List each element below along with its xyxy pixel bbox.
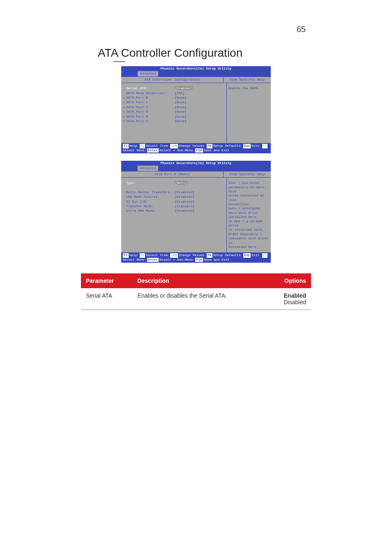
row-label: Ultra DMA Mode: — [126, 209, 175, 213]
footer-action: Help — [129, 144, 137, 148]
bios-header-row: ATA Controller Configuration Item Specif… — [121, 76, 271, 83]
footer-action: Select Menu — [123, 148, 145, 153]
footer-action: Select Menu — [123, 258, 145, 262]
footer-key: -/+ — [170, 144, 178, 148]
page-title: ATA Controller Configuration — [0, 42, 392, 65]
row-arrow — [123, 86, 126, 90]
row-value: [Enabled] — [175, 86, 225, 90]
bios-settings-list: Serial ATA: [Enabled] SATA Mode Selectio… — [121, 83, 227, 143]
row-arrow: ▸ — [123, 110, 126, 114]
row-value: [None] — [175, 100, 225, 104]
footer-action: Select Item — [146, 253, 168, 257]
row-label: SATA Port 2 — [126, 105, 175, 109]
bios-tab-advanced: Advanced — [138, 71, 158, 76]
option-other: Disabled — [284, 299, 306, 305]
bios-footer: F1Help ↑↓Select Item -/+Change Values F9… — [121, 143, 271, 153]
header-description: Description — [133, 273, 267, 288]
row-label: Serial ATA: — [126, 86, 175, 90]
bios-row-sata-port-2: ▸ SATA Port 2 [None] — [123, 105, 225, 110]
row-value: [None] — [175, 96, 225, 100]
row-arrow — [123, 204, 126, 208]
bios-screenshot-1: Phoenix SecureCore(tm) Setup Utility Adv… — [121, 66, 271, 153]
row-label: 32 Bit I/O: — [126, 200, 175, 204]
footer-action: Save and Exit — [204, 258, 229, 262]
row-arrow: ▸ — [123, 100, 126, 104]
row-value: [None] — [175, 119, 225, 123]
row-value: [None] — [175, 110, 225, 114]
row-value: [None] — [175, 115, 225, 119]
bios-row-32bit-io: 32 Bit I/O: [Disabled] — [123, 200, 225, 204]
bios-row-ultra-dma: Ultra DMA Mode: [Disabled] — [123, 209, 225, 213]
footer-action: Select Item — [146, 144, 168, 148]
bios-tabs: Advanced — [121, 166, 271, 171]
row-value: [Auto] — [175, 181, 225, 185]
page-number: 65 — [0, 0, 392, 42]
bios-row-sata-port-3: ▸ SATA Port 3 [None] — [123, 110, 225, 114]
row-label: Multi-Sector Transfers: — [126, 190, 175, 194]
footer-action: Help — [129, 253, 137, 257]
bios-help-header: Item Specific Help — [224, 77, 271, 83]
footer-key: F9 — [207, 144, 212, 148]
bios-tabs: Advanced — [121, 71, 271, 76]
bios-header-row: SATA Port 0 [None] Item Specific Help — [121, 171, 271, 178]
table-header-row: Parameter Description Options — [81, 273, 311, 288]
row-value: [Disabled] — [175, 200, 225, 204]
table-row: Serial ATA Enables or disables the Seria… — [81, 288, 311, 310]
row-arrow: ▸ — [123, 96, 126, 100]
bios-row-lba-mode: LBA Mode Control: [Disabled] — [123, 195, 225, 199]
footer-key: ↑↓ — [140, 253, 145, 257]
row-label: Transfer Mode: — [126, 204, 175, 208]
row-label: SATA Port 5 — [126, 119, 175, 123]
bios-row-multi-sector: Multi-Sector Transfers: [Disabled] — [123, 190, 225, 195]
row-label: LBA Mode Control: — [126, 195, 175, 199]
footer-action: Change Values — [179, 144, 204, 148]
footer-key: Esc — [243, 253, 251, 257]
row-value: [IDE] — [175, 91, 225, 95]
footer-key: ←→ — [262, 144, 268, 148]
footer-key: ←→ — [262, 253, 268, 257]
footer-key: F10 — [195, 258, 203, 262]
title-underline — [113, 61, 125, 62]
row-arrow: ▸ — [123, 105, 126, 109]
row-arrow — [123, 200, 126, 204]
row-label: SATA Port 1 — [126, 100, 175, 104]
row-value: [Disabled] — [175, 209, 225, 213]
bios-help-text: Enable the SATA — [228, 86, 269, 90]
footer-key: F10 — [195, 148, 203, 153]
footer-key: Enter — [147, 258, 159, 262]
bios-row-sata-port-4: ▸ SATA Port 4 [None] — [123, 115, 225, 119]
bios-section-title: ATA Controller Configuration — [121, 77, 224, 83]
option-default: Enabled — [284, 292, 306, 299]
bios-body: Type: [Auto] Multi-Sector Transfers: [Di… — [121, 178, 271, 252]
bios-section-title: SATA Port 0 [None] — [121, 171, 224, 177]
footer-action: Exit — [251, 253, 259, 257]
footer-key: Enter — [147, 148, 159, 153]
footer-key: F9 — [207, 253, 212, 257]
bios-product-title: Phoenix SecureCore(tm) Setup Utility — [121, 66, 271, 71]
bios-screenshot-2-wrap: Phoenix SecureCore(tm) Setup Utility Adv… — [0, 161, 392, 270]
bios-help-text: User = you enter parameters of hard-disk… — [228, 181, 269, 249]
document-page: 65 ATA Controller Configuration Phoenix … — [0, 0, 392, 310]
bios-row-sata-port-5: ▸ SATA Port 5 [None] — [123, 119, 225, 124]
bios-screenshot-1-wrap: Phoenix SecureCore(tm) Setup Utility Adv… — [0, 66, 392, 161]
bios-help-header: Item Specific Help — [224, 171, 271, 177]
footer-key: Esc — [243, 144, 251, 148]
bios-help-panel: User = you enter parameters of hard-disk… — [227, 178, 271, 252]
row-arrow — [123, 91, 126, 95]
footer-key: -/+ — [170, 253, 178, 257]
row-arrow — [123, 209, 126, 213]
footer-key: F1 — [123, 144, 129, 148]
row-arrow — [123, 190, 126, 194]
parameter-table: Parameter Description Options Serial ATA… — [81, 273, 311, 310]
bios-row-sata-port-1: ▸ SATA Port 1 [None] — [123, 100, 225, 105]
bios-row-type: Type: [Auto] — [123, 181, 225, 185]
row-label: Type: — [126, 181, 175, 185]
footer-key: ↑↓ — [140, 144, 145, 148]
row-label: SATA Port 4 — [126, 115, 175, 119]
cell-description: Enables or disables the Serial ATA. — [133, 288, 267, 310]
footer-action: Exit — [251, 144, 259, 148]
bios-row-sata-mode: SATA Mode Selection: [IDE] — [123, 91, 225, 96]
row-label: SATA Port 0 — [126, 96, 175, 100]
header-options: Options — [267, 273, 311, 288]
header-parameter: Parameter — [81, 273, 133, 288]
